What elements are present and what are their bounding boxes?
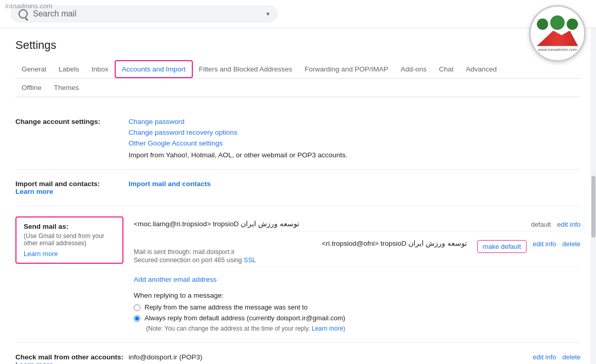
check-mail-label: Check mail from other accounts: Learn mo… <box>15 353 129 364</box>
import-mail-contacts-link[interactable]: Import mail and contacts <box>129 180 211 188</box>
change-account-label: Change account settings: <box>15 118 129 125</box>
email-1-default-badge: default <box>531 221 551 228</box>
email-2-info: توسعه ورزش ایران Doisport <info@doisport… <box>134 239 467 264</box>
import-mail-label: Import mail and contacts: Learn more <box>15 180 129 195</box>
ssl-link[interactable]: SSL <box>244 257 256 264</box>
section-check-mail: Check mail from other accounts: Learn mo… <box>15 343 581 364</box>
check-mail-actions: edit info delete <box>533 353 581 361</box>
scrollbar-thumb[interactable] <box>591 176 595 238</box>
add-another-email-link[interactable]: Add another email address <box>134 276 216 283</box>
logo: www.iranadmins.com <box>529 5 586 62</box>
section-import-mail: Import mail and contacts: Learn more Imp… <box>15 170 581 206</box>
tabs-row-1: General Labels Inbox Accounts and Import… <box>15 60 581 79</box>
section-change-account: Change account settings: Change password… <box>15 107 581 170</box>
scrollbar[interactable] <box>591 28 596 364</box>
check-mail-info: info@doisport.ir (POP3) Last checked: 1 … <box>129 353 533 364</box>
send-mail-as-label: Send mail as: <box>24 223 115 230</box>
import-mail-content: Import mail and contacts <box>129 180 581 188</box>
import-learn-more-link[interactable]: Learn more <box>15 188 53 195</box>
make-default-button[interactable]: make default <box>477 240 527 253</box>
email-2-delete-link[interactable]: delete <box>563 240 581 248</box>
tab-forwarding[interactable]: Forwarding and POP/IMAP <box>298 60 394 78</box>
main-content: Settings General Labels Inbox Accounts a… <box>0 28 596 364</box>
tab-addons[interactable]: Add-ons <box>394 60 432 78</box>
other-google-account-link[interactable]: Other Google Account settings <box>129 139 581 147</box>
email-2-sub2: Secured connection on port 465 using SSL <box>134 257 467 264</box>
send-mail-label-box: Send mail as: (Use Gmail to send from yo… <box>15 216 123 264</box>
tab-accounts-import[interactable]: Accounts and Import <box>115 60 193 78</box>
tab-filters[interactable]: Filters and Blocked Addresses <box>193 60 299 78</box>
change-account-links: Change password Change password recovery… <box>129 118 581 147</box>
radio-default-address-input[interactable] <box>134 315 140 322</box>
reply-note: (Note: You can change the address at the… <box>146 325 581 332</box>
tab-general[interactable]: General <box>15 60 52 78</box>
top-bar: Search mail ▾ <box>0 0 596 28</box>
change-password-link[interactable]: Change password <box>129 118 581 125</box>
watermark: iranadmins.com <box>5 2 52 10</box>
email-2-sub1: Mail is sent through: mail.doisport.ir <box>134 248 467 256</box>
email-1-actions: default edit info <box>531 220 581 228</box>
search-dropdown-icon[interactable]: ▾ <box>266 10 269 17</box>
send-mail-content: توسعه ورزش ایران Doisport <doisport.ir@g… <box>134 216 581 332</box>
check-mail-delete-link[interactable]: delete <box>563 353 581 361</box>
reply-learn-more-link[interactable]: Learn more <box>312 325 343 332</box>
email-row-1: توسعه ورزش ایران Doisport <doisport.ir@g… <box>134 216 581 232</box>
reply-section-title: When replying to a message: <box>134 292 581 299</box>
search-icon <box>19 9 28 19</box>
tabs-row-2: Offline Themes <box>15 79 581 97</box>
radio-option-default-address[interactable]: Always reply from default address (curre… <box>134 314 581 322</box>
email-row-2: توسعه ورزش ایران Doisport <info@doisport… <box>134 236 581 267</box>
check-mail-learn-more-link[interactable]: Learn more <box>15 361 53 364</box>
check-mail-content: info@doisport.ir (POP3) Last checked: 1 … <box>129 353 581 364</box>
page-title: Settings <box>15 39 581 52</box>
tab-themes[interactable]: Themes <box>48 79 85 97</box>
email-2-edit-info-link[interactable]: edit info <box>533 240 556 248</box>
check-mail-account: info@doisport.ir (POP3) <box>129 353 533 361</box>
tab-chat[interactable]: Chat <box>432 60 460 78</box>
radio-same-address-input[interactable] <box>134 304 140 311</box>
email-2-display: توسعه ورزش ایران Doisport <info@doisport… <box>134 239 467 247</box>
add-another-section: Add another email address <box>134 276 581 283</box>
tab-offline[interactable]: Offline <box>15 79 48 97</box>
email-1-edit-info-link[interactable]: edit info <box>557 221 581 228</box>
email-2-actions: make default edit info delete <box>477 239 581 253</box>
section-send-mail-as: Send mail as: (Use Gmail to send from yo… <box>15 206 581 343</box>
email-1-display: توسعه ورزش ایران Doisport <doisport.ir@g… <box>134 220 299 228</box>
check-mail-row: info@doisport.ir (POP3) Last checked: 1 … <box>129 353 581 364</box>
change-account-content: Change password Change password recovery… <box>129 118 581 159</box>
tab-inbox[interactable]: Inbox <box>85 60 115 78</box>
search-input-placeholder[interactable]: Search mail <box>33 9 261 19</box>
radio-default-address-label: Always reply from default address (curre… <box>145 314 345 322</box>
reply-section: When replying to a message: Reply from t… <box>134 292 581 332</box>
change-password-recovery-link[interactable]: Change password recovery options <box>129 129 581 136</box>
email-1-info: توسعه ورزش ایران Doisport <doisport.ir@g… <box>134 220 520 228</box>
tab-advanced[interactable]: Advanced <box>460 60 503 78</box>
send-mail-sub-label: (Use Gmail to send from your other email… <box>24 232 115 247</box>
send-mail-learn-more-link[interactable]: Learn more <box>24 250 115 258</box>
radio-same-address-label: Reply from the same address the message … <box>145 303 308 311</box>
check-mail-edit-info-link[interactable]: edit info <box>533 353 556 361</box>
radio-option-same-address[interactable]: Reply from the same address the message … <box>134 303 581 311</box>
import-description: Import from Yahoo!, Hotmail, AOL, or oth… <box>129 151 581 159</box>
tab-labels[interactable]: Labels <box>52 60 85 78</box>
